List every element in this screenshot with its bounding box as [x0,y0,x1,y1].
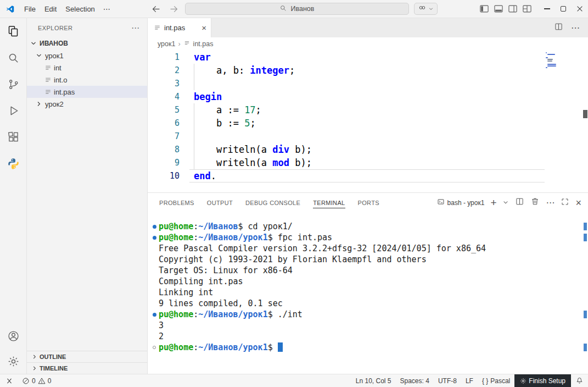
customize-layout-button[interactable] [520,2,534,16]
sidebar-header: EXPLORER ⋯ [27,18,147,37]
terminal-scroll-decoration [584,234,587,241]
settings-button[interactable] [0,349,26,374]
close-tab-icon[interactable]: × [201,24,206,32]
code-token: writeln(a [194,157,272,168]
accounts-button[interactable] [0,323,26,349]
status-pascal[interactable]: { }Pascal [478,374,514,387]
terminal-cursor [278,342,283,352]
outline-section[interactable]: OUTLINE [27,351,147,362]
line-number: 4 [148,90,180,103]
status-label: Pascal [490,377,510,385]
command-center-search[interactable]: Иванов [185,3,409,15]
breadcrumb-folder[interactable]: урок1 [158,40,175,48]
activity-source-control-button[interactable] [0,71,26,97]
tab-int-pas[interactable]: int.pas × [148,18,211,37]
close-panel-button[interactable]: × [575,198,581,208]
tree-item-int[interactable]: int [27,62,147,74]
braces-icon: { } [482,377,488,385]
code-text: begin [194,90,222,103]
code-editor[interactable]: 1var2 a, b: integer;34begin5 a := 17;6 b… [148,51,588,192]
activity-extensions-button[interactable] [0,124,26,150]
panel-tab-terminal[interactable]: TERMINAL [313,193,345,212]
minimize-button[interactable] [539,0,555,18]
line-number: 1 [148,51,180,64]
terminal-output: pu@home:~/Иванов$ cd урок1/pu@home:~/Ива… [148,221,588,353]
terminal-token: 9 lines compiled, 0.1 sec [159,298,283,308]
toggle-secondary-sidebar-button[interactable] [506,2,520,16]
account-icon [7,330,20,342]
code-token: b := [194,118,244,129]
overview-ruler-mark [583,110,587,118]
split-editor-button[interactable] [554,22,563,34]
toggle-panel-button[interactable] [491,2,506,16]
titlebar: FileEditSelection ⋯ Иванов [0,0,588,18]
maximize-panel-button[interactable] [561,197,569,208]
line-number: 3 [148,77,180,90]
editor-tabs: int.pas × ⋯ [148,18,588,37]
window-controls [539,0,588,18]
status-utf-8[interactable]: UTF-8 [434,374,461,387]
terminal-token: Linking int [159,288,213,297]
status-ln-10-col-5[interactable]: Ln 10, Col 5 [350,374,396,387]
editor-more-actions-button[interactable]: ⋯ [571,23,580,33]
breadcrumb-file[interactable]: int.pas [193,40,214,48]
code-line-5: 5 a := 17; [148,103,588,117]
minimap[interactable] [546,52,556,69]
tree-item-int.pas[interactable]: int.pas [27,86,147,98]
code-token: a := [194,104,244,115]
toggle-primary-sidebar-button[interactable] [477,2,491,16]
problems-status-button[interactable]: 0 0 [18,374,55,387]
status-lf[interactable]: LF [461,374,478,387]
panel-more-actions-button[interactable]: ⋯ [546,197,555,208]
new-terminal-button[interactable]: + [490,197,496,208]
menu-overflow-button[interactable]: ⋯ [100,3,114,15]
panel-tab-output[interactable]: OUTPUT [207,193,233,212]
activity-python-button[interactable] [0,150,26,176]
sidebar-bottom-sections: OUTLINE TIMELINE [27,351,147,374]
status-label: Spaces: 4 [400,377,429,385]
tree-item-урок2[interactable]: урок2 [27,98,147,110]
copilot-dropdown-button[interactable] [414,3,438,15]
status-spaces-4[interactable]: Spaces: 4 [396,374,434,387]
code-token: end [194,170,211,181]
tree-item-урок1[interactable]: урок1 [27,49,147,62]
menu-file[interactable]: File [20,3,40,15]
menu-selection[interactable]: Selection [61,3,99,15]
tree-item-int.o[interactable]: int.o [27,74,147,86]
minimap-line [547,59,553,60]
timeline-section[interactable]: TIMELINE [27,362,147,374]
tree-root-folder[interactable]: ИВАНОВ [27,37,147,49]
chevron-down-icon [502,199,509,206]
menu-edit[interactable]: Edit [40,3,61,15]
terminal-session-button[interactable]: bash - урок1 [437,198,485,207]
code-text: b := 5; [194,117,256,130]
activity-run-debug-button[interactable] [0,97,26,124]
code-line-1: 1var [148,51,588,64]
remote-indicator-button[interactable] [0,374,18,387]
close-window-button[interactable] [572,0,588,18]
terminal-dropdown-button[interactable] [502,198,509,208]
notifications-bell-button[interactable] [571,374,588,387]
split-terminal-button[interactable] [515,197,524,208]
panel-tab-ports[interactable]: PORTS [358,193,379,212]
forward-button[interactable] [167,3,180,15]
activity-search-button[interactable] [0,45,26,71]
status-label: Ln 10, Col 5 [356,377,391,385]
status-finish-setup[interactable]: Finish Setup [514,374,571,387]
panel-tab-problems[interactable]: PROBLEMS [159,193,194,212]
titlebar-right [474,0,588,18]
panel-tab-debug-console[interactable]: DEBUG CONSOLE [245,193,300,212]
kill-terminal-button[interactable] [530,197,540,208]
code-token: ; [250,118,255,129]
activity-explorer-button[interactable] [0,18,26,45]
editor-actions: ⋯ [554,18,588,37]
back-button[interactable] [150,3,163,15]
terminal-token: pu@home [159,309,193,319]
maximize-button[interactable] [555,0,572,18]
terminal-token: : [193,222,198,231]
terminal-token: ~/Иванов [198,222,238,231]
tab-label: int.pas [164,24,185,32]
explorer-more-actions-button[interactable]: ⋯ [131,23,139,33]
terminal[interactable]: pu@home:~/Иванов$ cd урок1/pu@home:~/Ива… [148,212,588,374]
source-control-icon [7,78,20,91]
